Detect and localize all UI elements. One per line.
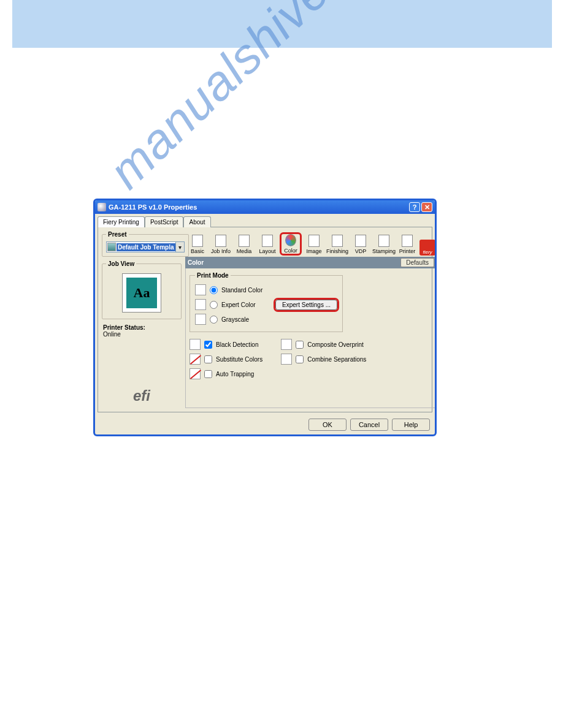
- toolbar-printer[interactable]: Printer: [396, 233, 418, 256]
- stamping-icon: [378, 235, 389, 247]
- check-auto-trapping[interactable]: [204, 370, 212, 378]
- side-column: Preset Default Job Templa ▾ Job View Aa …: [102, 231, 182, 408]
- main-column: Basic Job Info Media Layout Color: [185, 231, 437, 408]
- print-mode-legend: Print Mode: [195, 272, 231, 279]
- check-combine-separations-row: Combine Separations: [281, 352, 366, 366]
- window-icon: [98, 203, 106, 211]
- efi-logo: efi: [102, 384, 182, 408]
- radio-expert-color[interactable]: [210, 301, 218, 309]
- window-title: GA-1211 PS v1.0 Properties: [109, 203, 407, 211]
- check-combine-separations[interactable]: [296, 355, 304, 363]
- toolbar-layout[interactable]: Layout: [256, 233, 278, 256]
- preset-legend: Preset: [106, 231, 129, 238]
- radio-grayscale-row: Grayscale: [195, 312, 337, 327]
- titlebar: GA-1211 PS v1.0 Properties ? ✕: [95, 200, 435, 214]
- print-mode-group: Print Mode Standard Color Expert Color E…: [190, 272, 343, 332]
- finishing-icon: [332, 235, 343, 247]
- radio-standard-color[interactable]: [210, 286, 218, 294]
- check-auto-trapping-label: Auto Trapping: [216, 371, 254, 377]
- auto-trapping-icon: [190, 368, 201, 379]
- cancel-button[interactable]: Cancel: [350, 419, 388, 431]
- grayscale-icon: [195, 314, 206, 325]
- basic-icon: [192, 235, 203, 247]
- jobview-legend: Job View: [106, 260, 136, 267]
- chevron-down-icon: ▾: [175, 242, 184, 252]
- expert-settings-button[interactable]: Expert Settings ...: [275, 300, 337, 310]
- tab-postscript[interactable]: PostScript: [145, 216, 184, 227]
- media-icon: [239, 235, 250, 247]
- toolbar-jobinfo[interactable]: Job Info: [210, 233, 232, 256]
- toolbar-basic[interactable]: Basic: [186, 233, 209, 256]
- options-right-col: Composite Overprint Combine Separations: [281, 337, 366, 381]
- preset-value: Default Job Templa: [117, 243, 175, 251]
- properties-dialog: GA-1211 PS v1.0 Properties ? ✕ Fiery Pri…: [93, 199, 437, 436]
- tab-about[interactable]: About: [183, 216, 210, 227]
- check-composite-overprint[interactable]: [296, 341, 304, 349]
- printer-icon: [402, 235, 413, 247]
- preset-dropdown[interactable]: Default Job Templa ▾: [106, 241, 185, 252]
- toolbar-vdp[interactable]: VDP: [350, 233, 372, 256]
- radio-standard-color-label: Standard Color: [221, 287, 262, 294]
- check-substitute-colors-row: Substitute Colors: [190, 352, 262, 366]
- toolbar-finishing[interactable]: Finishing: [326, 233, 348, 256]
- vdp-icon: [355, 235, 366, 247]
- fiery-logo: fiery: [419, 240, 435, 256]
- image-icon: [308, 235, 320, 247]
- color-icon: [285, 234, 296, 246]
- radio-standard-color-row: Standard Color: [195, 282, 337, 297]
- check-auto-trapping-row: Auto Trapping: [190, 366, 262, 381]
- dialog-tabs: Fiery Printing PostScript About: [95, 214, 435, 227]
- radio-grayscale-label: Grayscale: [221, 316, 249, 323]
- jobview-group: Job View Aa: [102, 260, 182, 319]
- titlebar-close-button[interactable]: ✕: [421, 202, 432, 212]
- defaults-button[interactable]: Defaults: [400, 258, 434, 267]
- black-detection-icon: [190, 339, 201, 350]
- check-black-detection-row: Black Detection: [190, 337, 262, 352]
- dialog-buttons: OK Cancel Help: [95, 415, 435, 434]
- toolbar-image[interactable]: Image: [303, 233, 325, 256]
- preset-icon: [107, 243, 116, 251]
- radio-grayscale[interactable]: [210, 316, 218, 324]
- toolbar-stamping[interactable]: Stamping: [373, 233, 395, 256]
- jobview-preview: Aa: [122, 273, 161, 313]
- check-composite-overprint-row: Composite Overprint: [281, 337, 366, 352]
- tab-fiery-printing[interactable]: Fiery Printing: [98, 216, 145, 227]
- toolbar-media[interactable]: Media: [233, 233, 255, 256]
- jobinfo-icon: [215, 235, 226, 247]
- color-panel-body: Print Mode Standard Color Expert Color E…: [185, 268, 437, 408]
- options-grid: Black Detection Substitute Colors Auto T…: [190, 337, 432, 381]
- combine-separations-icon: [281, 354, 292, 365]
- printer-status-label: Printer Status:: [103, 324, 180, 331]
- tab-panel: Preset Default Job Templa ▾ Job View Aa …: [98, 227, 432, 412]
- titlebar-help-button[interactable]: ?: [409, 202, 420, 212]
- layout-icon: [262, 235, 273, 247]
- check-substitute-colors-label: Substitute Colors: [216, 356, 262, 363]
- options-left-col: Black Detection Substitute Colors Auto T…: [190, 337, 262, 381]
- section-header: Color Defaults: [185, 257, 437, 268]
- check-black-detection-label: Black Detection: [216, 341, 258, 348]
- expert-color-icon: [195, 299, 206, 310]
- toolbar: Basic Job Info Media Layout Color: [185, 231, 437, 257]
- check-black-detection[interactable]: [204, 341, 212, 349]
- preset-group: Preset Default Job Templa ▾: [102, 231, 189, 257]
- page-header-banner: [12, 0, 552, 48]
- jobview-sample: Aa: [126, 278, 157, 308]
- section-title: Color: [188, 259, 204, 266]
- check-composite-overprint-label: Composite Overprint: [307, 341, 364, 348]
- ok-button[interactable]: OK: [308, 419, 347, 431]
- help-button[interactable]: Help: [392, 419, 430, 431]
- toolbar-color[interactable]: Color: [280, 232, 302, 256]
- standard-color-icon: [195, 284, 206, 295]
- printer-status-value: Online: [103, 331, 180, 338]
- composite-overprint-icon: [281, 339, 292, 350]
- printer-status-block: Printer Status: Online: [102, 323, 182, 339]
- radio-expert-color-row: Expert Color Expert Settings ...: [195, 297, 337, 312]
- check-substitute-colors[interactable]: [204, 355, 212, 363]
- radio-expert-color-label: Expert Color: [221, 301, 256, 308]
- check-combine-separations-label: Combine Separations: [307, 356, 366, 363]
- substitute-colors-icon: [190, 354, 201, 365]
